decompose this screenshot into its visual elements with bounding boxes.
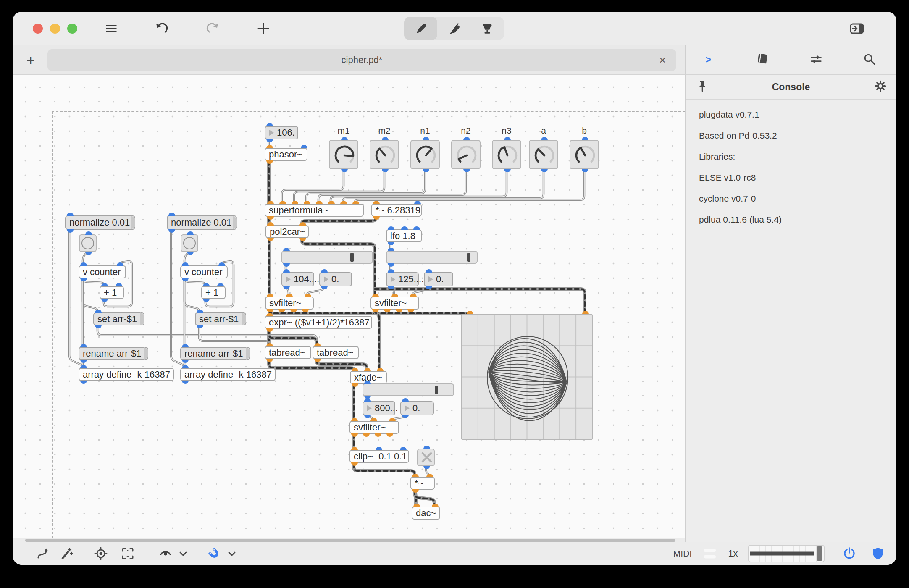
number-104[interactable]: 104....	[281, 272, 314, 286]
zoom-window-button[interactable]	[67, 24, 77, 34]
vcounter-a[interactable]: v counter	[79, 265, 126, 278]
knob-m1[interactable]	[329, 140, 358, 169]
center-canvas-button[interactable]	[94, 546, 108, 561]
mul-2[interactable]: *~	[410, 477, 435, 490]
knob-a[interactable]	[529, 140, 558, 169]
add-object-icon	[256, 21, 271, 36]
add-object-button[interactable]	[252, 18, 275, 39]
tidy-connections-button[interactable]	[60, 546, 74, 561]
clip[interactable]: clip~ -0.1 0.1	[349, 450, 409, 463]
patch-canvas[interactable]: 106.phasor~m1m2n1n2n3absuperformula~*~ 6…	[13, 75, 685, 538]
tabread-2[interactable]: tabread~	[313, 346, 359, 359]
dsp-power-button[interactable]	[842, 546, 856, 561]
overlay-chevron-button[interactable]	[178, 549, 188, 559]
close-window-button[interactable]	[33, 24, 43, 34]
knob-m2[interactable]	[370, 140, 399, 169]
array-define-b[interactable]: array define -k 16387	[180, 368, 276, 381]
tabread-1[interactable]: tabread~	[265, 346, 311, 359]
number-106[interactable]: 106.	[265, 126, 298, 139]
redo-button[interactable]	[201, 18, 224, 39]
presentation-mode-button[interactable]	[470, 17, 504, 40]
signal-cable[interactable]	[269, 310, 469, 316]
slider-thumb[interactable]	[435, 386, 438, 394]
slider-thumb[interactable]	[350, 253, 354, 262]
oversampling-button[interactable]: 1x	[728, 548, 738, 559]
normalize-b[interactable]: normalize 0.01	[167, 215, 237, 230]
overlay-options-button[interactable]	[158, 546, 173, 561]
number-125[interactable]: 125....	[386, 272, 419, 286]
console-line: plugdata v0.7.1	[699, 104, 888, 125]
volume-thumb[interactable]	[817, 546, 822, 561]
console-tab[interactable]: >_	[706, 54, 716, 66]
signal-cable[interactable]	[354, 463, 415, 477]
connection-style-button[interactable]	[35, 546, 50, 561]
hslider-2[interactable]	[386, 251, 478, 264]
protection-button[interactable]	[871, 546, 885, 561]
number-0c[interactable]: 0.	[400, 401, 434, 415]
plus1-b[interactable]: + 1	[201, 286, 226, 299]
number-0b[interactable]: 0.	[424, 272, 453, 286]
array-define-a[interactable]: array define -k 16387	[79, 368, 174, 381]
dac[interactable]: dac~	[412, 507, 440, 520]
control-wire[interactable]	[343, 169, 544, 204]
set-arr-b[interactable]: set arr-$1	[195, 312, 246, 326]
console-header: Console	[686, 75, 896, 100]
phasor[interactable]: phasor~	[265, 148, 307, 161]
number-800[interactable]: 800...	[363, 401, 395, 415]
knob-param-label: n2	[451, 126, 481, 136]
toggle-x-icon	[418, 449, 434, 466]
svfilter-2[interactable]: svfilter~	[370, 297, 419, 310]
superformula[interactable]: superformula~	[265, 204, 364, 217]
toggle[interactable]	[417, 449, 435, 466]
vcounter-b[interactable]: v counter	[180, 265, 228, 278]
knob-n3[interactable]	[492, 140, 521, 169]
tab-strip: + cipher.pd* ×	[13, 45, 685, 75]
snap-button[interactable]	[207, 546, 221, 561]
hslider-1[interactable]	[281, 251, 373, 264]
snap-chevron-button[interactable]	[227, 549, 237, 559]
tab-close-button[interactable]: ×	[655, 54, 670, 67]
set-arr-a[interactable]: set arr-$1	[93, 312, 144, 326]
fit-view-button[interactable]	[121, 546, 135, 561]
rename-arr-a[interactable]: rename arr-$1	[79, 347, 148, 360]
pol2car[interactable]: pol2car~	[265, 225, 309, 238]
signal-cable[interactable]	[302, 238, 375, 297]
expr[interactable]: expr~ (($v1+1)/2)*16387	[265, 316, 372, 329]
signal-cable[interactable]	[302, 217, 376, 225]
svfilter-3[interactable]: svfilter~	[349, 421, 399, 434]
bang-b[interactable]	[181, 234, 198, 252]
lfo-1-8[interactable]: lfo 1.8	[386, 229, 422, 242]
horizontal-scrollbar[interactable]	[25, 539, 675, 542]
run-mode-pencil-off-icon	[447, 21, 461, 36]
toggle-sidebar-button[interactable]	[845, 18, 869, 39]
slider-thumb[interactable]	[467, 253, 470, 262]
control-wire[interactable]	[282, 169, 344, 204]
tab-cipher[interactable]: cipher.pd* ×	[47, 49, 676, 71]
knob-n2[interactable]	[451, 140, 481, 169]
bang-a[interactable]	[79, 234, 97, 252]
signal-cable[interactable]	[375, 310, 379, 371]
minimize-window-button[interactable]	[50, 24, 60, 34]
documentation-tab[interactable]	[756, 52, 769, 68]
knob-n1[interactable]	[410, 140, 440, 169]
scope-display[interactable]	[461, 314, 593, 440]
knob-b[interactable]	[570, 140, 599, 169]
edit-mode-button[interactable]	[404, 17, 437, 40]
undo-button[interactable]	[150, 18, 173, 39]
control-wire[interactable]	[282, 169, 344, 204]
number-0a[interactable]: 0.	[319, 272, 352, 286]
parameters-tab[interactable]	[809, 52, 823, 68]
new-tab-button[interactable]: +	[19, 49, 42, 71]
run-mode-button[interactable]	[437, 17, 470, 40]
console-settings-button[interactable]	[874, 79, 887, 94]
plus1-a[interactable]: + 1	[100, 286, 124, 299]
volume-slider[interactable]	[748, 545, 825, 562]
hslider-3[interactable]	[363, 383, 454, 396]
mul-6-28319[interactable]: *~ 6.28319	[371, 204, 422, 217]
search-tab[interactable]	[863, 52, 876, 68]
svfilter-1[interactable]: svfilter~	[265, 297, 314, 310]
normalize-a[interactable]: normalize 0.01	[65, 215, 135, 230]
main-menu-button[interactable]	[100, 18, 123, 39]
signal-cable[interactable]	[302, 238, 375, 297]
rename-arr-b[interactable]: rename arr-$1	[180, 347, 250, 360]
